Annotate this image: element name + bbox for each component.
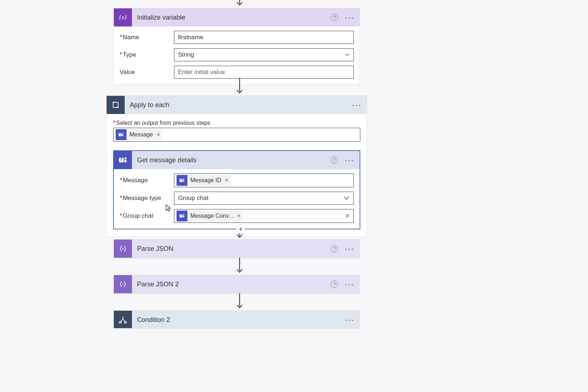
name-input[interactable]: firstname [174,31,354,44]
loop-icon [107,96,125,114]
select-output-label: *Select an output from previous steps [113,120,360,126]
remove-token-icon[interactable]: × [224,177,228,184]
type-label: *Type [120,51,174,58]
condition-2-card: Condition 2 ··· [113,310,360,328]
card-title: Condition 2 [137,316,339,324]
group-chat-label: *Group chat [120,212,174,220]
token-label: Message ID [190,177,221,184]
group-chat-input[interactable]: T Message Conv... × × [174,209,354,223]
help-icon[interactable]: ? [331,156,338,164]
message-type-label: *Message type [120,195,174,202]
add-action-button[interactable] [236,224,245,234]
svg-rect-7 [122,134,124,136]
token-label: Message Conv... [190,213,233,219]
parse-json-card: Parse JSON ? ··· [113,239,360,258]
remove-token-icon[interactable]: × [156,131,160,138]
condition-icon [114,311,132,328]
apply-to-each-card: Apply to each ··· *Select an output from… [106,95,367,237]
apply-to-each-header[interactable]: Apply to each ··· [107,96,367,114]
parse-json-2-card: Parse JSON 2 ? ··· [113,275,360,294]
flow-arrow [236,293,243,310]
flow-arrow [236,258,243,274]
message-type-select[interactable]: Group chat [174,192,354,205]
card-title: Parse JSON 2 [137,281,326,288]
card-title: Parse JSON [137,245,326,253]
svg-rect-15 [183,180,185,182]
initialize-variable-header[interactable]: {x} Initialize variable ? ··· [114,8,360,26]
condition-2-header[interactable]: Condition 2 ··· [114,311,360,328]
svg-rect-30 [120,322,121,323]
initialize-variable-card: {x} Initialize variable ? ··· *Name firs… [113,8,360,85]
remove-token-icon[interactable]: × [236,213,240,219]
svg-point-18 [183,214,184,215]
svg-rect-19 [183,216,185,217]
card-title: Get message details [137,156,326,164]
svg-text:T: T [120,158,123,162]
teams-icon: T [177,211,187,221]
flow-arrow [236,0,243,7]
data-operation-icon [114,240,132,258]
teams-icon: T [177,175,187,186]
chevron-down-icon [343,196,350,200]
help-icon[interactable]: ? [331,281,338,288]
help-icon[interactable]: ? [331,14,338,21]
type-select[interactable]: String [174,48,354,61]
teams-icon: T [116,129,127,140]
flow-arrow [236,78,243,95]
token-message[interactable]: T Message × [116,129,162,140]
parse-json-header[interactable]: Parse JSON ? ··· [114,240,360,258]
token-message-conv[interactable]: T Message Conv... × [177,211,243,221]
svg-rect-31 [125,322,127,323]
card-title: Initialize variable [137,14,326,21]
teams-icon: T [114,151,132,169]
chevron-down-icon [345,53,350,57]
svg-text:{x}: {x} [119,14,127,21]
card-title: Apply to each [130,101,347,109]
parse-json-2-header[interactable]: Parse JSON 2 ? ··· [114,275,360,293]
svg-rect-11 [124,160,127,163]
message-input[interactable]: T Message ID × [174,173,354,187]
message-label: *Message [120,177,174,184]
variable-icon: {x} [114,8,132,26]
svg-point-14 [183,179,184,180]
data-operation-icon [114,275,132,293]
select-output-input[interactable]: T Message × [113,128,360,142]
clear-field-icon[interactable]: × [344,211,351,221]
value-input[interactable]: Enter initial value [174,66,354,79]
get-message-details-card: T Get message details ? ··· *Message [113,150,360,229]
help-icon[interactable]: ? [331,245,338,252]
value-label: Value [120,69,174,76]
svg-point-6 [122,133,123,134]
get-message-details-header[interactable]: T Get message details ? ··· [114,151,360,169]
token-message-id[interactable]: T Message ID × [177,175,231,186]
token-label: Message [129,131,153,138]
svg-point-10 [124,158,126,159]
name-label: *Name [120,34,174,41]
